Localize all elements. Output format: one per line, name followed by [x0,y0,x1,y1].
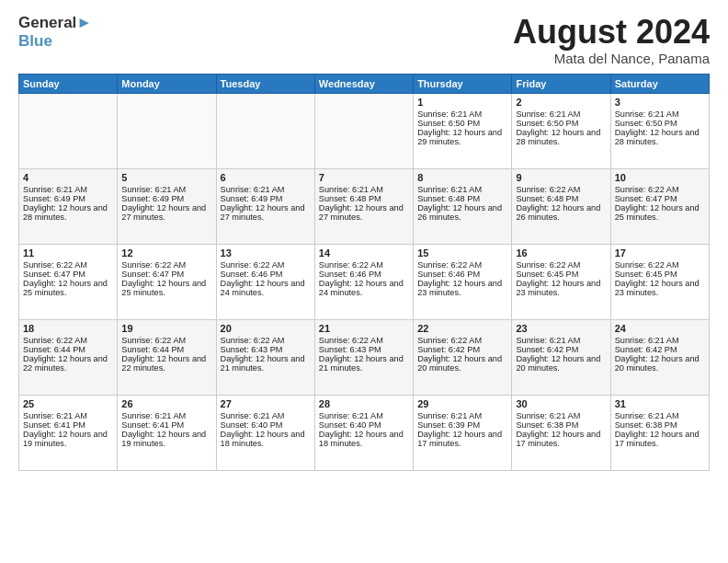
day-number: 22 [417,323,507,334]
day-number: 26 [121,398,211,409]
day-number: 11 [23,247,113,259]
day-number: 30 [516,398,606,409]
daylight: Daylight: 12 hours and 28 minutes. [516,128,600,146]
sunrise: Sunrise: 6:22 AM [221,336,285,345]
daylight: Daylight: 12 hours and 25 minutes. [121,279,206,297]
week-row-1: 4 Sunrise: 6:21 AM Sunset: 6:49 PM Dayli… [19,168,710,244]
sunset: Sunset: 6:41 PM [121,420,184,430]
calendar-cell [216,93,314,168]
daylight: Daylight: 12 hours and 17 minutes. [615,430,700,448]
header-monday: Monday [118,74,216,93]
sunrise: Sunrise: 6:21 AM [516,109,580,119]
sunset: Sunset: 6:38 PM [516,420,578,430]
calendar-cell: 4 Sunrise: 6:21 AM Sunset: 6:49 PM Dayli… [19,168,118,244]
calendar-cell: 24 Sunrise: 6:21 AM Sunset: 6:42 PM Dayl… [610,319,709,395]
daylight: Daylight: 12 hours and 25 minutes. [615,203,700,222]
calendar-cell: 5 Sunrise: 6:21 AM Sunset: 6:49 PM Dayli… [118,168,216,244]
calendar-cell: 25 Sunrise: 6:21 AM Sunset: 6:41 PM Dayl… [19,395,118,470]
day-number: 15 [417,247,507,259]
day-number: 1 [417,97,507,108]
daylight: Daylight: 12 hours and 24 minutes. [319,279,404,297]
header-row: SundayMondayTuesdayWednesdayThursdayFrid… [19,74,710,93]
sunset: Sunset: 6:44 PM [23,345,85,354]
sunrise: Sunrise: 6:21 AM [221,411,285,420]
sunset: Sunset: 6:47 PM [615,194,677,203]
calendar-cell: 9 Sunrise: 6:22 AM Sunset: 6:48 PM Dayli… [512,168,610,244]
sunset: Sunset: 6:40 PM [221,420,283,430]
sunset: Sunset: 6:50 PM [417,119,480,128]
daylight: Daylight: 12 hours and 27 minutes. [319,203,404,222]
sunset: Sunset: 6:43 PM [319,345,381,354]
sunset: Sunset: 6:43 PM [221,345,283,354]
day-number: 31 [615,398,705,409]
calendar-cell: 30 Sunrise: 6:21 AM Sunset: 6:38 PM Dayl… [512,395,610,470]
sunrise: Sunrise: 6:22 AM [516,185,580,194]
calendar-cell: 28 Sunrise: 6:21 AM Sunset: 6:40 PM Dayl… [314,395,413,470]
sunset: Sunset: 6:50 PM [516,119,578,128]
day-number: 6 [221,172,311,183]
calendar-cell: 14 Sunrise: 6:22 AM Sunset: 6:46 PM Dayl… [314,244,413,319]
calendar-cell: 20 Sunrise: 6:22 AM Sunset: 6:43 PM Dayl… [216,319,314,395]
sunset: Sunset: 6:39 PM [417,420,480,430]
sunset: Sunset: 6:46 PM [221,270,283,279]
calendar-table: SundayMondayTuesdayWednesdayThursdayFrid… [18,74,710,471]
daylight: Daylight: 12 hours and 28 minutes. [23,203,108,222]
calendar-cell: 10 Sunrise: 6:22 AM Sunset: 6:47 PM Dayl… [610,168,709,244]
sunrise: Sunrise: 6:21 AM [23,185,87,194]
calendar-cell: 12 Sunrise: 6:22 AM Sunset: 6:47 PM Dayl… [118,244,216,319]
sunrise: Sunrise: 6:21 AM [221,185,285,194]
daylight: Daylight: 12 hours and 21 minutes. [221,354,305,373]
calendar-cell: 3 Sunrise: 6:21 AM Sunset: 6:50 PM Dayli… [610,93,709,168]
header-saturday: Saturday [610,74,709,93]
calendar-cell: 19 Sunrise: 6:22 AM Sunset: 6:44 PM Dayl… [118,319,216,395]
sunset: Sunset: 6:42 PM [516,345,578,354]
calendar-cell: 7 Sunrise: 6:21 AM Sunset: 6:48 PM Dayli… [314,168,413,244]
calendar-cell: 26 Sunrise: 6:21 AM Sunset: 6:41 PM Dayl… [118,395,216,470]
calendar-cell: 8 Sunrise: 6:21 AM Sunset: 6:48 PM Dayli… [414,168,512,244]
sunset: Sunset: 6:40 PM [319,420,381,430]
calendar-cell: 27 Sunrise: 6:21 AM Sunset: 6:40 PM Dayl… [216,395,314,470]
daylight: Daylight: 12 hours and 26 minutes. [516,203,600,222]
calendar-cell [118,93,216,168]
daylight: Daylight: 12 hours and 29 minutes. [417,128,502,146]
sunset: Sunset: 6:44 PM [121,345,184,354]
day-number: 29 [417,398,507,409]
sunrise: Sunrise: 6:21 AM [23,411,87,420]
day-number: 23 [516,323,606,334]
sunset: Sunset: 6:41 PM [23,420,85,430]
sunrise: Sunrise: 6:21 AM [615,109,679,119]
day-number: 7 [319,172,409,183]
sunrise: Sunrise: 6:21 AM [417,109,482,119]
sunset: Sunset: 6:38 PM [615,420,677,430]
daylight: Daylight: 12 hours and 27 minutes. [121,203,206,222]
sunrise: Sunrise: 6:22 AM [121,260,186,270]
daylight: Daylight: 12 hours and 23 minutes. [615,279,700,297]
day-number: 3 [615,97,705,108]
daylight: Daylight: 12 hours and 20 minutes. [516,354,600,373]
day-number: 9 [516,172,606,183]
sunset: Sunset: 6:50 PM [615,119,677,128]
day-number: 24 [615,323,705,334]
sunrise: Sunrise: 6:21 AM [121,411,186,420]
calendar-cell: 16 Sunrise: 6:22 AM Sunset: 6:45 PM Dayl… [512,244,610,319]
daylight: Daylight: 12 hours and 19 minutes. [121,430,206,448]
sunset: Sunset: 6:47 PM [23,270,85,279]
header-sunday: Sunday [19,74,118,93]
daylight: Daylight: 12 hours and 24 minutes. [221,279,305,297]
sunrise: Sunrise: 6:22 AM [615,260,679,270]
day-number: 21 [319,323,409,334]
header-tuesday: Tuesday [216,74,314,93]
sunrise: Sunrise: 6:22 AM [319,260,383,270]
calendar-cell: 29 Sunrise: 6:21 AM Sunset: 6:39 PM Dayl… [414,395,512,470]
daylight: Daylight: 12 hours and 28 minutes. [615,128,700,146]
daylight: Daylight: 12 hours and 19 minutes. [23,430,108,448]
day-number: 17 [615,247,705,259]
sunrise: Sunrise: 6:22 AM [615,185,679,194]
day-number: 25 [23,398,113,409]
day-number: 13 [221,247,311,259]
daylight: Daylight: 12 hours and 17 minutes. [516,430,600,448]
daylight: Daylight: 12 hours and 20 minutes. [417,354,502,373]
calendar-cell: 21 Sunrise: 6:22 AM Sunset: 6:43 PM Dayl… [314,319,413,395]
calendar-cell: 23 Sunrise: 6:21 AM Sunset: 6:42 PM Dayl… [512,319,610,395]
week-row-4: 25 Sunrise: 6:21 AM Sunset: 6:41 PM Dayl… [19,395,710,470]
